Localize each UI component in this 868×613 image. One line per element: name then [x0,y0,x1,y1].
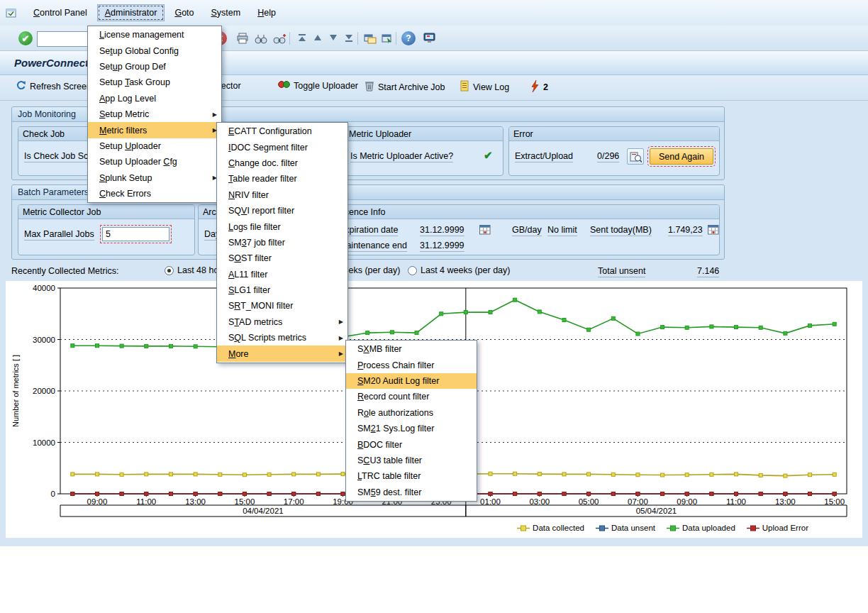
total-unsent-value: 7.146 [697,266,719,277]
more-menu-item-sm20-audit-log-filter[interactable]: SM20 Audit Log filter [346,373,477,389]
administrator-menu-item-metric-filters[interactable]: Metric filters▶ [88,122,221,138]
menu-item-label: Metric filters [99,126,147,136]
submenu-arrow-icon: ▶ [339,319,343,325]
svg-text:03:00: 03:00 [529,497,550,506]
more-menu-item-sxmb-filter[interactable]: SXMB filter [346,341,477,357]
legend-swatch-icon [747,525,760,531]
alert-count: 2 [543,82,548,92]
metric-filters-menu-item-logs-file-filter[interactable]: Logs file filter [217,219,347,234]
more-menu-item-record-count-filter[interactable]: Record count filter [346,389,477,404]
metric-filters-menu-item-srt-moni-filter[interactable]: SRT_MONI filter [217,298,347,314]
alert-indicator[interactable]: 2 [530,80,548,94]
more-menu-item-scu3-table-filter[interactable]: SCU3 table filter [346,453,477,468]
legend-item-data-collected: Data collected [517,524,584,532]
previous-page-icon[interactable] [309,30,326,47]
menubar-item-goto[interactable]: Goto [167,5,201,21]
submenu-arrow-icon: ▶ [213,111,217,118]
calendar-icon[interactable] [708,224,719,237]
metric-filters-menu-item-sost-filter[interactable]: SOST filter [217,250,347,266]
toggle-uploader-button[interactable]: Toggle Uploader [278,80,358,91]
metric-filters-menu-item-slg1-filter[interactable]: SLG1 filter [217,282,347,298]
administrator-menu-item-setup-group-def[interactable]: Setup Group Def [88,59,221,74]
administrator-menu-item-setup-metric[interactable]: Setup Metric▶ [88,106,221,122]
more-menu-item-ltrc-table-filter[interactable]: LTRC table filter [346,468,477,484]
menu-item-label: SM37 job filter [228,238,285,248]
svg-text:15:00: 15:00 [235,497,255,506]
svg-text:17:00: 17:00 [284,497,304,506]
check-job-title: Check Job [23,129,65,139]
menubar-item-control-panel[interactable]: Control Panel [26,5,94,21]
radio-icon[interactable] [165,266,174,275]
administrator-menu-item-splunk-setup[interactable]: Splunk Setup▶ [88,170,221,186]
menu-item-label: Process Chain filter [357,360,434,370]
metric-filters-menu-item-stad-metrics[interactable]: STAD metrics▶ [217,314,347,330]
more-menu-item-sm59-dest-filter[interactable]: SM59 dest. filter [346,485,477,500]
radio-label: Last 4 weeks (per day) [421,265,510,275]
error-box: Error Extract/Upload 0/296 Send Again [508,126,720,176]
metric-filters-menu-item-sql-scripts-metrics[interactable]: SQL Scripts metrics▶ [217,330,347,346]
menu-item-label: NRIV filter [228,190,269,200]
last-page-icon[interactable] [340,30,357,47]
start-archive-job-button[interactable]: Start Archive Job [365,80,445,94]
menu-item-label: Setup Metric [99,109,149,119]
enter-icon[interactable]: ✔ [17,30,34,47]
svg-text:0: 0 [51,490,55,498]
gui-settings-icon[interactable] [421,30,438,47]
svg-text:30000: 30000 [33,336,55,344]
legend-swatch-icon [517,525,530,531]
menubar-item-help[interactable]: Help [250,5,283,21]
menu-item-label: SQL Scripts metrics [228,333,306,343]
metric-filters-menu-item-table-reader-filter[interactable]: Table reader filter [217,171,347,187]
svg-text:11:00: 11:00 [726,497,746,506]
administrator-menu-item-app-log-level[interactable]: App Log Level [88,91,221,106]
more-menu-item-process-chain-filter[interactable]: Process Chain filter [346,357,477,372]
metric-filters-menu-item-idoc-segment-filter[interactable]: IDOC Segment filter [217,139,347,155]
menu-item-label: SXMB filter [357,344,402,354]
view-log-button[interactable]: View Log [460,80,509,94]
menubar-item-system[interactable]: System [204,5,248,21]
find-next-icon[interactable] [271,30,288,47]
new-session-icon[interactable] [362,30,379,47]
administrator-menu-item-setup-global-config[interactable]: Setup Global Config [88,43,221,58]
calendar-icon[interactable] [479,224,491,237]
create-shortcut-icon[interactable] [379,30,396,47]
administrator-menu-item-setup-task-group[interactable]: Setup Task Group [88,74,221,90]
radio-icon[interactable] [408,266,417,275]
resend-detail-button[interactable] [627,148,644,165]
max-parallel-jobs-input[interactable] [102,227,169,241]
administrator-menu-item-check-errors[interactable]: Check Errors [88,186,221,201]
administrator-menu: License managementSetup Global ConfigSet… [87,26,222,203]
administrator-menu-item-setup-uploader[interactable]: Setup Uploader [88,138,221,154]
legend-item-data-uploaded: Data uploaded [667,524,735,532]
find-icon[interactable] [252,30,269,47]
send-again-button[interactable]: Send Again [650,148,713,165]
first-page-icon[interactable] [294,30,311,47]
legend-label: Data collected [533,524,584,532]
menubar-item-administrator[interactable]: Administrator [97,4,165,21]
menu-item-label: SOST filter [228,253,272,263]
submenu-arrow-icon: ▶ [339,350,343,357]
next-page-icon[interactable] [325,30,342,47]
svg-text:13:00: 13:00 [185,497,206,506]
metric-filters-menu-item-sqvi-report-filter[interactable]: SQVI report filter [217,203,347,219]
metric-filters-menu-item-ecatt-configuration[interactable]: ECATT Configuration [217,123,347,139]
metric-filters-menu-item-al11-filter[interactable]: AL11 filter [217,267,347,282]
print-icon[interactable] [234,30,251,47]
more-menu-item-role-authorizations[interactable]: Role authorizations [346,405,477,421]
administrator-menu-item-license-management[interactable]: License management [88,27,221,43]
metric-filters-menu-item-more[interactable]: More▶ [217,346,347,361]
help-icon[interactable]: ? [400,30,417,47]
svg-text:Number of metrics [ ]: Number of metrics [ ] [11,355,20,427]
administrator-menu-item-setup-uploader-cfg[interactable]: Setup Uploader Cfg [88,154,221,170]
more-menu-item-bdoc-filter[interactable]: BDOC filter [346,436,477,452]
metric-filters-menu-item-change-doc-filter[interactable]: Change doc. filter [217,155,347,171]
metric-filters-menu-item-nriv-filter[interactable]: NRIV filter [217,187,347,203]
legend-swatch-icon [596,525,608,531]
window-menu-icon[interactable] [6,8,18,18]
menu-item-label: Setup Global Config [99,46,179,56]
refresh-screen-button[interactable]: Refresh Screen [16,80,91,93]
legend-label: Data uploaded [682,524,735,532]
more-menu-item-sm21-sys-log-filter[interactable]: SM21 Sys.Log filter [346,421,477,436]
radio-last-4-weeks[interactable]: Last 4 weeks (per day) [408,265,510,275]
metric-filters-menu-item-sm37-job-filter[interactable]: SM37 job filter [217,235,347,250]
